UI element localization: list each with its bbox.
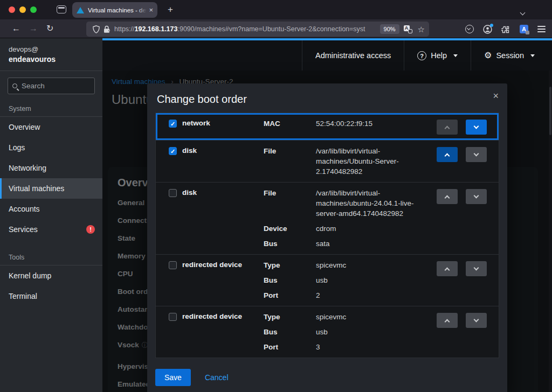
account-notification-dot [490,24,493,27]
translate-page-icon[interactable]: A [404,25,412,33]
close-icon[interactable]: × [493,91,499,101]
url-text[interactable]: https://192.168.1.173:9090/machines#vm?n… [114,25,378,33]
forward-button[interactable]: → [29,24,38,33]
boot-checkbox[interactable]: ✓ [169,147,177,155]
sidebar: devops@ endeavouros System Overview Logs… [0,38,102,392]
browser-tab[interactable]: Virtual machines - devops@end × [72,2,157,18]
move-up-button[interactable] [437,147,458,162]
user-name: devops@ [9,45,94,53]
search-icon [12,83,17,88]
move-down-button[interactable] [466,189,487,204]
sidebar-item-accounts[interactable]: Accounts [0,199,102,219]
tab-close-icon[interactable]: × [149,6,153,14]
url-path: :9090/machines#vm?name=Ubuntu-Server-2&c… [177,25,365,33]
window-controls[interactable] [9,6,37,13]
account-icon[interactable] [483,25,492,34]
services-alert-badge: ! [86,225,95,234]
sidebar-item-kernel-dump[interactable]: Kernel dump [0,265,102,286]
reload-button[interactable]: ↻ [46,24,53,33]
boot-checkbox[interactable] [169,189,177,197]
boot-row-disk-1: ✓ disk File/var/lib/libvirt/virtual-mach… [156,140,499,182]
sidebar-item-networking[interactable]: Networking [0,158,102,178]
device-mac: 52:54:00:22:f9:15 [316,118,432,129]
sidebar-item-services[interactable]: Services ! [0,219,102,240]
move-down-button[interactable] [466,120,487,135]
device-file: /var/lib/libvirt/virtual-machines/Ubuntu… [316,146,432,177]
cancel-button[interactable]: Cancel [205,373,229,382]
window-maximize-button[interactable] [30,6,37,13]
device-type: disk [182,146,264,155]
zoom-level-badge[interactable]: 90% [380,24,399,34]
translate-extension-icon[interactable]: A [520,25,528,33]
extensions-puzzle-icon[interactable] [501,25,510,34]
url-host: 192.168.1.173 [135,25,178,33]
window-minimize-button[interactable] [19,6,26,13]
user-block[interactable]: devops@ endeavouros [0,38,102,71]
browser-toolbar: ← → ↻ https://192.168.1.173:9090/machine… [0,19,552,38]
move-down-button[interactable] [466,313,487,328]
search-input[interactable] [22,82,90,90]
move-up-button[interactable] [437,189,458,204]
menu-hamburger-icon[interactable] [537,26,546,32]
arch-linux-favicon [77,7,84,13]
boot-row-disk-2: disk File/var/lib/libvirt/virtual-machin… [156,182,499,254]
url-bar[interactable]: https://192.168.1.173:9090/machines#vm?n… [86,22,429,37]
administrative-access-button[interactable]: Administrative access [302,40,404,71]
move-up-button[interactable] [437,313,458,328]
list-all-tabs-button[interactable] [521,7,526,12]
pocket-icon[interactable] [465,25,474,33]
move-down-button[interactable] [466,261,487,276]
boot-checkbox[interactable]: ✓ [169,120,177,128]
help-icon: ? [417,51,426,60]
gear-icon: ⚙ [484,51,492,60]
section-label-tools: Tools [0,245,102,265]
boot-row-redirected-2: redirected device Typespicevmc Bususb Po… [156,306,499,358]
dialog-title: Change boot order [157,93,247,105]
boot-checkbox[interactable] [169,261,177,269]
boot-order-list: ✓ network MAC52:54:00:22:f9:15 ✓ disk Fi… [155,113,499,358]
host-name: endeavouros [9,55,94,64]
sidebar-search[interactable] [8,78,95,94]
sidebar-item-overview[interactable]: Overview [0,117,102,137]
page-scrollbar[interactable] [549,71,552,392]
session-menu[interactable]: ⚙ Session [471,40,552,71]
window-close-button[interactable] [9,6,15,13]
caret-down-icon [453,54,458,57]
firefox-view-icon[interactable] [57,5,66,13]
device-device: cdrom [316,223,432,234]
move-up-button[interactable] [437,261,458,276]
help-menu[interactable]: ? Help [404,40,471,71]
tracking-protection-shield-icon[interactable] [93,25,100,33]
move-down-button[interactable] [466,147,487,162]
sidebar-item-logs[interactable]: Logs [0,137,102,158]
device-type: disk [182,188,264,197]
section-label-system: System [0,96,102,117]
sidebar-item-terminal[interactable]: Terminal [0,286,102,306]
boot-row-redirected-1: redirected device Typespicevmc Bususb Po… [156,254,499,306]
masthead: Administrative access ? Help ⚙ Session [102,40,552,71]
device-type: redirected device [182,312,264,320]
boot-row-network: ✓ network MAC52:54:00:22:f9:15 [156,113,499,140]
tab-title: Virtual machines - devops@end [88,7,147,13]
caret-down-icon [530,54,535,57]
change-boot-order-dialog: Change boot order × ✓ network MAC52:54:0… [147,83,507,392]
device-file: /var/lib/libvirt/virtual-machines/ubuntu… [316,188,432,219]
connection-lock-warning-icon[interactable] [104,25,110,33]
device-bus: sata [316,239,432,249]
device-type: network [182,118,264,127]
back-button[interactable]: ← [12,24,20,33]
save-button[interactable]: Save [155,369,191,386]
boot-checkbox[interactable] [169,313,177,321]
browser-tab-bar: Virtual machines - devops@end × + [0,0,552,19]
cockpit-app: devops@ endeavouros System Overview Logs… [0,38,552,392]
sidebar-item-virtual-machines[interactable]: Virtual machines [0,178,102,199]
move-up-button[interactable] [437,120,458,135]
url-scheme: https:// [114,25,135,33]
new-tab-button[interactable]: + [164,4,177,16]
bookmark-star-icon[interactable]: ☆ [418,25,425,33]
main-area: Administrative access ? Help ⚙ Session V… [102,38,552,392]
device-type: redirected device [182,260,264,269]
